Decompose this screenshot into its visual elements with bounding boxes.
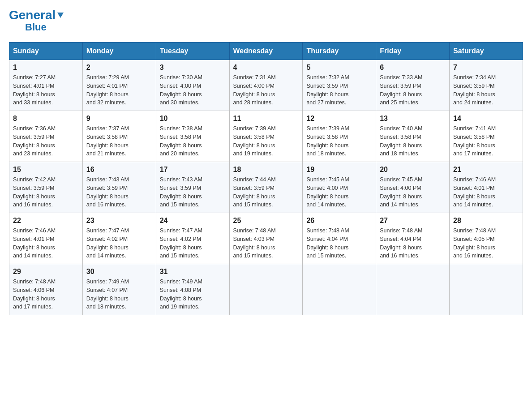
day-number: 16: [86, 166, 152, 174]
day-info: Sunrise: 7:34 AMSunset: 3:59 PMDaylight:…: [453, 73, 519, 107]
page-header: General Blue: [9, 9, 523, 33]
logo-general: General: [9, 8, 56, 22]
col-header-thursday: Thursday: [303, 43, 376, 60]
day-info: Sunrise: 7:33 AMSunset: 3:59 PMDaylight:…: [380, 73, 446, 107]
calendar-cell: 23Sunrise: 7:47 AMSunset: 4:02 PMDayligh…: [82, 213, 156, 264]
calendar-cell: 22Sunrise: 7:46 AMSunset: 4:01 PMDayligh…: [9, 213, 83, 264]
day-info: Sunrise: 7:47 AMSunset: 4:02 PMDaylight:…: [86, 227, 152, 260]
calendar-cell: 15Sunrise: 7:42 AMSunset: 3:59 PMDayligh…: [9, 162, 83, 213]
day-number: 5: [306, 64, 372, 72]
day-info: Sunrise: 7:43 AMSunset: 3:59 PMDaylight:…: [160, 176, 226, 209]
day-number: 8: [13, 115, 79, 123]
day-info: Sunrise: 7:39 AMSunset: 3:58 PMDaylight:…: [233, 124, 299, 158]
col-header-wednesday: Wednesday: [229, 43, 303, 60]
calendar-cell: 9Sunrise: 7:37 AMSunset: 3:58 PMDaylight…: [82, 111, 156, 162]
day-number: 17: [160, 166, 226, 174]
calendar-cell: 10Sunrise: 7:38 AMSunset: 3:58 PMDayligh…: [156, 111, 229, 162]
calendar-cell: 29Sunrise: 7:48 AMSunset: 4:06 PMDayligh…: [9, 264, 83, 315]
calendar-cell: 31Sunrise: 7:49 AMSunset: 4:08 PMDayligh…: [156, 264, 229, 315]
day-info: Sunrise: 7:42 AMSunset: 3:59 PMDaylight:…: [13, 176, 79, 209]
day-number: 11: [233, 115, 299, 123]
calendar-cell: 12Sunrise: 7:39 AMSunset: 3:58 PMDayligh…: [303, 111, 376, 162]
day-info: Sunrise: 7:41 AMSunset: 3:58 PMDaylight:…: [453, 124, 519, 158]
calendar-cell: 5Sunrise: 7:32 AMSunset: 3:59 PMDaylight…: [303, 60, 376, 111]
day-info: Sunrise: 7:40 AMSunset: 3:58 PMDaylight:…: [380, 124, 446, 158]
calendar-cell: 1Sunrise: 7:27 AMSunset: 4:01 PMDaylight…: [9, 60, 83, 111]
calendar-cell: 3Sunrise: 7:30 AMSunset: 4:00 PMDaylight…: [156, 60, 229, 111]
day-info: Sunrise: 7:48 AMSunset: 4:06 PMDaylight:…: [13, 278, 79, 311]
day-info: Sunrise: 7:49 AMSunset: 4:07 PMDaylight:…: [86, 278, 152, 311]
day-info: Sunrise: 7:38 AMSunset: 3:58 PMDaylight:…: [160, 124, 226, 158]
calendar-week-row: 29Sunrise: 7:48 AMSunset: 4:06 PMDayligh…: [9, 264, 523, 315]
day-info: Sunrise: 7:31 AMSunset: 4:00 PMDaylight:…: [233, 73, 299, 107]
calendar-week-row: 8Sunrise: 7:36 AMSunset: 3:59 PMDaylight…: [9, 111, 523, 162]
day-info: Sunrise: 7:46 AMSunset: 4:01 PMDaylight:…: [453, 176, 519, 209]
calendar-cell: 16Sunrise: 7:43 AMSunset: 3:59 PMDayligh…: [82, 162, 156, 213]
day-number: 6: [380, 64, 446, 72]
calendar-cell: 18Sunrise: 7:44 AMSunset: 3:59 PMDayligh…: [229, 162, 303, 213]
day-number: 13: [380, 115, 446, 123]
day-number: 18: [233, 166, 299, 174]
day-number: 7: [453, 64, 519, 72]
col-header-tuesday: Tuesday: [156, 43, 229, 60]
calendar-cell: 26Sunrise: 7:48 AMSunset: 4:04 PMDayligh…: [303, 213, 376, 264]
calendar-cell: [229, 264, 303, 315]
day-number: 29: [13, 268, 79, 276]
col-header-monday: Monday: [82, 43, 156, 60]
day-number: 21: [453, 166, 519, 174]
calendar-cell: 6Sunrise: 7:33 AMSunset: 3:59 PMDaylight…: [376, 60, 450, 111]
day-number: 12: [306, 115, 372, 123]
calendar-cell: 21Sunrise: 7:46 AMSunset: 4:01 PMDayligh…: [450, 162, 523, 213]
svg-marker-0: [57, 13, 64, 18]
day-number: 23: [86, 217, 152, 225]
calendar-cell: 20Sunrise: 7:45 AMSunset: 4:00 PMDayligh…: [376, 162, 450, 213]
calendar-cell: 4Sunrise: 7:31 AMSunset: 4:00 PMDaylight…: [229, 60, 303, 111]
day-number: 9: [86, 115, 152, 123]
day-number: 2: [86, 64, 152, 72]
calendar-cell: [303, 264, 376, 315]
calendar-week-row: 22Sunrise: 7:46 AMSunset: 4:01 PMDayligh…: [9, 213, 523, 264]
day-number: 14: [453, 115, 519, 123]
day-info: Sunrise: 7:32 AMSunset: 3:59 PMDaylight:…: [306, 73, 372, 107]
calendar-cell: [450, 264, 523, 315]
calendar-cell: 27Sunrise: 7:48 AMSunset: 4:04 PMDayligh…: [376, 213, 450, 264]
day-info: Sunrise: 7:27 AMSunset: 4:01 PMDaylight:…: [13, 73, 79, 107]
calendar-cell: 17Sunrise: 7:43 AMSunset: 3:59 PMDayligh…: [156, 162, 229, 213]
day-number: 19: [306, 166, 372, 174]
logo: General Blue: [9, 9, 64, 33]
day-info: Sunrise: 7:46 AMSunset: 4:01 PMDaylight:…: [13, 227, 79, 260]
col-header-sunday: Sunday: [9, 43, 83, 60]
calendar-cell: 25Sunrise: 7:48 AMSunset: 4:03 PMDayligh…: [229, 213, 303, 264]
calendar-cell: 8Sunrise: 7:36 AMSunset: 3:59 PMDaylight…: [9, 111, 83, 162]
day-number: 31: [160, 268, 226, 276]
day-info: Sunrise: 7:44 AMSunset: 3:59 PMDaylight:…: [233, 176, 299, 209]
day-info: Sunrise: 7:48 AMSunset: 4:04 PMDaylight:…: [306, 227, 372, 260]
calendar-cell: 7Sunrise: 7:34 AMSunset: 3:59 PMDaylight…: [450, 60, 523, 111]
col-header-friday: Friday: [376, 43, 450, 60]
calendar-cell: 14Sunrise: 7:41 AMSunset: 3:58 PMDayligh…: [450, 111, 523, 162]
calendar-cell: 30Sunrise: 7:49 AMSunset: 4:07 PMDayligh…: [82, 264, 156, 315]
day-number: 30: [86, 268, 152, 276]
day-number: 26: [306, 217, 372, 225]
day-number: 15: [13, 166, 79, 174]
day-info: Sunrise: 7:45 AMSunset: 4:00 PMDaylight:…: [306, 176, 372, 209]
day-info: Sunrise: 7:37 AMSunset: 3:58 PMDaylight:…: [86, 124, 152, 158]
calendar-cell: 2Sunrise: 7:29 AMSunset: 4:01 PMDaylight…: [82, 60, 156, 111]
day-number: 22: [13, 217, 79, 225]
calendar-cell: 24Sunrise: 7:47 AMSunset: 4:02 PMDayligh…: [156, 213, 229, 264]
col-header-saturday: Saturday: [450, 43, 523, 60]
calendar-week-row: 1Sunrise: 7:27 AMSunset: 4:01 PMDaylight…: [9, 60, 523, 111]
day-number: 25: [233, 217, 299, 225]
day-info: Sunrise: 7:48 AMSunset: 4:03 PMDaylight:…: [233, 227, 299, 260]
calendar-cell: 13Sunrise: 7:40 AMSunset: 3:58 PMDayligh…: [376, 111, 450, 162]
day-number: 3: [160, 64, 226, 72]
day-info: Sunrise: 7:49 AMSunset: 4:08 PMDaylight:…: [160, 278, 226, 311]
calendar-cell: 11Sunrise: 7:39 AMSunset: 3:58 PMDayligh…: [229, 111, 303, 162]
day-number: 27: [380, 217, 446, 225]
day-info: Sunrise: 7:45 AMSunset: 4:00 PMDaylight:…: [380, 176, 446, 209]
day-number: 10: [160, 115, 226, 123]
day-info: Sunrise: 7:48 AMSunset: 4:04 PMDaylight:…: [380, 227, 446, 260]
day-number: 20: [380, 166, 446, 174]
day-number: 4: [233, 64, 299, 72]
day-info: Sunrise: 7:29 AMSunset: 4:01 PMDaylight:…: [86, 73, 152, 107]
